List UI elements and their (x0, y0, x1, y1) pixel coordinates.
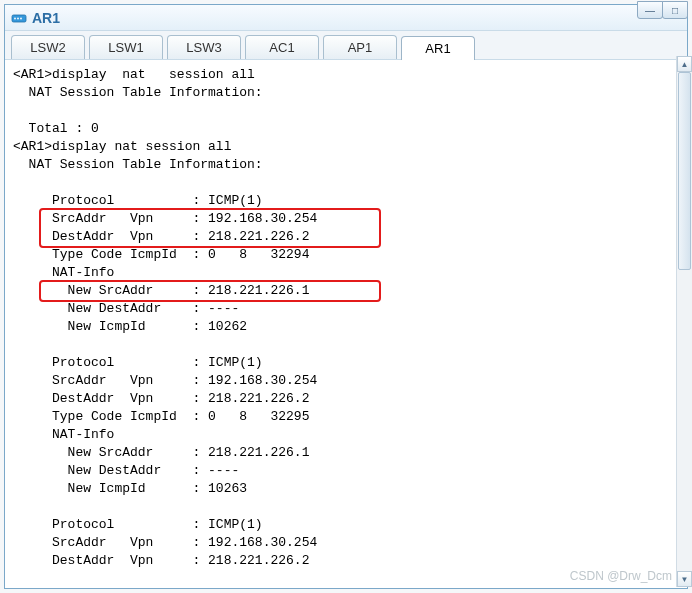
line: SrcAddr Vpn : 192.168.30.254 (13, 535, 317, 550)
tab-ar1[interactable]: AR1 (401, 36, 475, 60)
tab-ac1[interactable]: AC1 (245, 35, 319, 59)
scroll-up-button[interactable]: ▲ (677, 56, 692, 72)
line: New DestAddr : ---- (13, 463, 239, 478)
line: Protocol : ICMP(1) (13, 517, 263, 532)
line: <AR1>display nat session all (13, 67, 255, 82)
router-icon (11, 10, 27, 26)
line: Type Code IcmpId : 0 8 32294 (13, 247, 309, 262)
svg-point-1 (14, 17, 16, 19)
line: SrcAddr Vpn : 192.168.30.254 (13, 211, 317, 226)
tab-ap1[interactable]: AP1 (323, 35, 397, 59)
tab-row: LSW2 LSW1 LSW3 AC1 AP1 AR1 (5, 31, 687, 60)
svg-point-3 (20, 17, 22, 19)
line: NAT Session Table Information: (13, 85, 263, 100)
line: NAT-Info (13, 265, 114, 280)
line: DestAddr Vpn : 218.221.226.2 (13, 553, 309, 568)
scroll-down-button[interactable]: ▼ (677, 571, 692, 587)
scroll-thumb[interactable] (678, 72, 691, 270)
line: DestAddr Vpn : 218.221.226.2 (13, 391, 309, 406)
line: <AR1>display nat session all (13, 139, 231, 154)
titlebar: AR1 — □ (5, 5, 687, 31)
tab-lsw1[interactable]: LSW1 (89, 35, 163, 59)
scrollbar-vertical[interactable]: ▲ ▼ (676, 56, 692, 587)
line: DestAddr Vpn : 218.221.226.2 (13, 229, 309, 244)
window-buttons: — □ (638, 1, 688, 19)
minimize-button[interactable]: — (637, 1, 663, 19)
line: Type Code IcmpId : 0 8 32295 (13, 409, 309, 424)
line: NAT Session Table Information: (13, 157, 263, 172)
svg-point-2 (17, 17, 19, 19)
tab-lsw3[interactable]: LSW3 (167, 35, 241, 59)
line: Total : 0 (13, 121, 99, 136)
line: NAT-Info (13, 427, 114, 442)
maximize-button[interactable]: □ (662, 1, 688, 19)
line: SrcAddr Vpn : 192.168.30.254 (13, 373, 317, 388)
watermark-credit: CSDN @Drw_Dcm (570, 569, 672, 583)
line: New IcmpId : 10263 (13, 481, 247, 496)
app-window: AR1 — □ LSW2 LSW1 LSW3 AC1 AP1 AR1 <AR1>… (4, 4, 688, 589)
line: Protocol : ICMP(1) (13, 355, 263, 370)
line: New SrcAddr : 218.221.226.1 (13, 445, 309, 460)
terminal-output[interactable]: <AR1>display nat session all NAT Session… (5, 60, 687, 588)
line: New DestAddr : ---- (13, 301, 239, 316)
line: New IcmpId : 10262 (13, 319, 247, 334)
tab-lsw2[interactable]: LSW2 (11, 35, 85, 59)
line: Protocol : ICMP(1) (13, 193, 263, 208)
window-title: AR1 (32, 10, 60, 26)
line: New SrcAddr : 218.221.226.1 (13, 283, 309, 298)
